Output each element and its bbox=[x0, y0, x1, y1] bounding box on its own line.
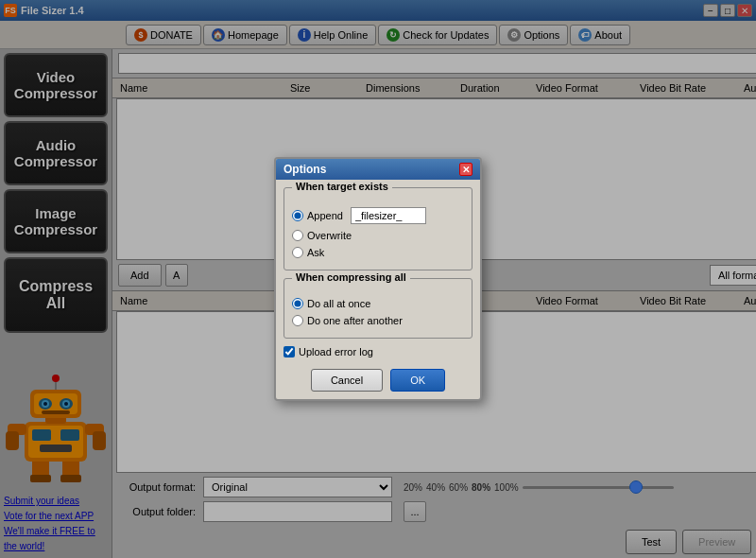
dialog-ok-button[interactable]: OK bbox=[390, 369, 445, 392]
ask-radio[interactable] bbox=[292, 247, 303, 258]
overwrite-radio[interactable] bbox=[292, 230, 303, 241]
append-label: Append bbox=[307, 210, 343, 221]
upload-error-log-checkbox[interactable] bbox=[284, 346, 295, 357]
when-compressing-all-label: When compressing all bbox=[292, 271, 410, 283]
when-target-exists-label: When target exists bbox=[292, 181, 392, 192]
upload-error-log-row: Upload error log bbox=[284, 346, 472, 357]
do-all-row: Do all at once bbox=[292, 298, 464, 309]
append-row: Append bbox=[292, 207, 464, 224]
append-radio[interactable] bbox=[292, 210, 303, 221]
append-value-input[interactable] bbox=[351, 207, 426, 224]
when-compressing-all-group: When compressing all Do all at once Do o… bbox=[284, 278, 472, 339]
do-one-label: Do one after another bbox=[307, 315, 403, 326]
dialog-body: When target exists Append Overwrite Ask … bbox=[276, 180, 480, 365]
do-one-row: Do one after another bbox=[292, 315, 464, 326]
ask-row: Ask bbox=[292, 247, 464, 258]
when-target-exists-group: When target exists Append Overwrite Ask bbox=[284, 187, 472, 270]
overwrite-row: Overwrite bbox=[292, 230, 464, 241]
ask-label: Ask bbox=[307, 247, 324, 258]
dialog-cancel-button[interactable]: Cancel bbox=[311, 369, 383, 392]
dialog-title: Options bbox=[284, 163, 326, 176]
do-one-radio[interactable] bbox=[292, 315, 303, 326]
dialog-footer: Cancel OK bbox=[276, 365, 480, 399]
do-all-label: Do all at once bbox=[307, 298, 370, 309]
dialog-overlay: Options ✕ When target exists Append Over… bbox=[0, 0, 756, 558]
upload-error-log-label: Upload error log bbox=[299, 346, 373, 357]
dialog-title-bar: Options ✕ bbox=[276, 159, 480, 180]
overwrite-label: Overwrite bbox=[307, 230, 352, 241]
options-dialog: Options ✕ When target exists Append Over… bbox=[274, 157, 482, 401]
do-all-radio[interactable] bbox=[292, 298, 303, 309]
dialog-close-button[interactable]: ✕ bbox=[459, 163, 472, 176]
